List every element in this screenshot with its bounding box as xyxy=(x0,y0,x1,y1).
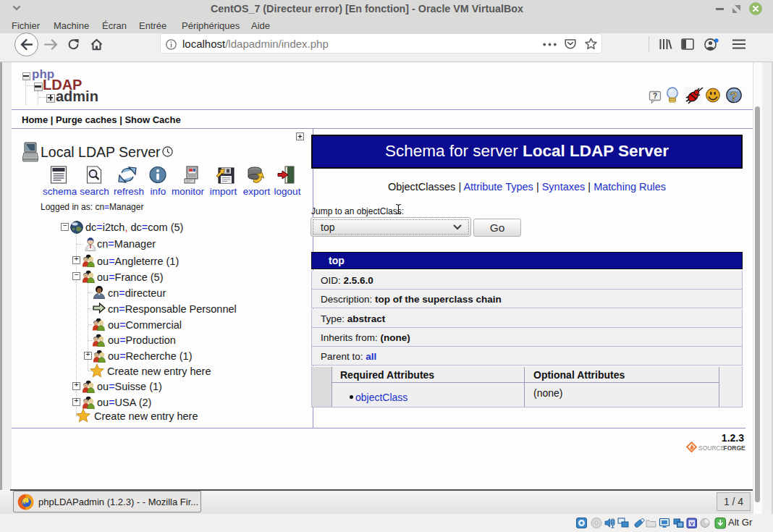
svg-text:?: ? xyxy=(730,90,738,104)
svg-text:V: V xyxy=(690,520,694,527)
svg-text:?: ? xyxy=(653,92,657,100)
svg-text:FORGE: FORGE xyxy=(724,444,746,452)
svg-text:SOURCE: SOURCE xyxy=(698,444,725,452)
